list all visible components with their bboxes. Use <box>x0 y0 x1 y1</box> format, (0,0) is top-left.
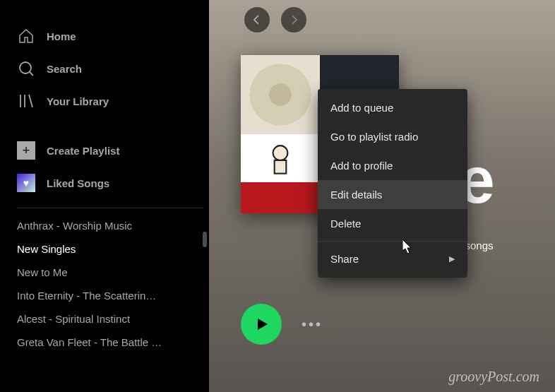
chevron-right-icon: ▶ <box>449 254 455 263</box>
ctx-delete[interactable]: Delete <box>318 209 467 238</box>
ctx-go-playlist-radio[interactable]: Go to playlist radio <box>318 122 467 151</box>
liked-songs[interactable]: ♥ Liked Songs <box>17 167 203 199</box>
svg-point-0 <box>20 62 31 73</box>
playlist-item[interactable]: Anthrax - Worship Music <box>17 214 193 237</box>
liked-songs-label: Liked Songs <box>47 177 109 189</box>
forward-button[interactable] <box>281 7 306 32</box>
home-icon <box>17 27 35 45</box>
cover-tile <box>241 55 320 134</box>
cover-banner-text: Black Label <box>241 198 320 209</box>
create-playlist-label: Create Playlist <box>47 145 119 157</box>
create-playlist[interactable]: + Create Playlist <box>17 134 203 167</box>
heart-icon: ♥ <box>17 174 35 192</box>
svg-line-4 <box>29 95 32 107</box>
topbar <box>209 0 555 32</box>
ctx-separator <box>318 241 467 242</box>
more-button[interactable]: ••• <box>302 316 323 333</box>
ctx-add-profile[interactable]: Add to profile <box>318 151 467 180</box>
ctx-edit-details[interactable]: Edit details <box>318 180 467 209</box>
nav-home[interactable]: Home <box>17 20 203 52</box>
playlist-list: Anthrax - Worship Music New Singles New … <box>17 214 203 354</box>
context-menu: Add to queue Go to playlist radio Add to… <box>318 89 467 278</box>
nav-search[interactable]: Search <box>17 52 203 85</box>
svg-marker-7 <box>258 319 268 330</box>
svg-point-5 <box>273 145 288 160</box>
plus-icon: + <box>17 141 35 160</box>
search-icon <box>17 59 35 78</box>
nav-home-label: Home <box>47 30 76 42</box>
nav-library-label: Your Library <box>47 95 109 107</box>
ctx-share[interactable]: Share ▶ <box>318 244 467 273</box>
svg-rect-6 <box>275 160 287 174</box>
nav-library[interactable]: Your Library <box>17 85 203 117</box>
svg-line-1 <box>30 72 33 76</box>
nav-search-label: Search <box>47 63 82 75</box>
play-button[interactable] <box>241 304 282 345</box>
playlist-item[interactable]: Alcest - Spiritual Instinct <box>17 307 193 331</box>
playlist-item[interactable]: Into Eternity - The Scatterin… <box>17 284 193 307</box>
back-button[interactable] <box>244 7 270 32</box>
cover-tile: Black Label SOCIETY <box>241 134 320 213</box>
divider <box>17 208 203 208</box>
scrollbar-thumb[interactable] <box>203 232 207 247</box>
cover-sub-text: SOCIETY <box>241 204 320 213</box>
playlist-item[interactable]: New Singles <box>17 237 193 261</box>
playlist-item[interactable]: Greta Van Fleet - The Battle … <box>17 331 193 354</box>
playlist-item[interactable]: New to Me <box>17 261 193 284</box>
sidebar: Home Search Your Library + Create Playli… <box>0 0 209 392</box>
library-icon <box>17 92 35 110</box>
playlist-controls: ••• <box>241 304 323 345</box>
ctx-add-to-queue[interactable]: Add to queue <box>318 93 467 122</box>
watermark: groovyPost.com <box>448 369 539 385</box>
